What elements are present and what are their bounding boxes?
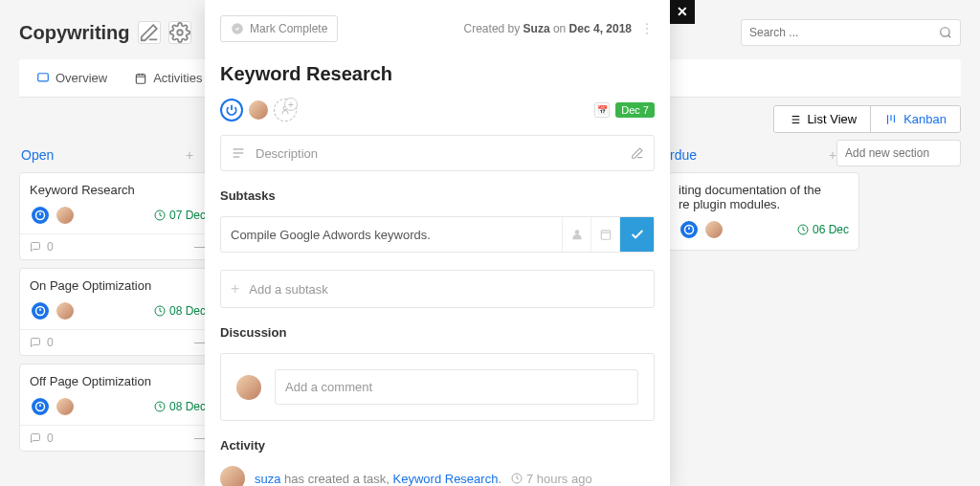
pencil-icon[interactable]	[631, 146, 644, 160]
activity-label: Activity	[220, 438, 655, 453]
add-assignee-button[interactable]	[274, 99, 297, 122]
svg-point-17	[646, 28, 648, 30]
due-badge: Dec 7	[615, 102, 655, 118]
mark-complete-button[interactable]: Mark Complete	[220, 15, 338, 42]
calendar-icon: 📅	[594, 102, 610, 118]
discussion-label: Discussion	[220, 325, 655, 340]
subtasks-label: Subtasks	[220, 188, 655, 203]
comment-input[interactable]: Add a comment	[275, 369, 638, 405]
subtask-actions	[562, 217, 654, 252]
clock-icon	[511, 473, 523, 484]
check-circle-icon	[231, 22, 244, 35]
svg-rect-21	[601, 231, 610, 239]
add-subtask-input[interactable]: + Add a subtask	[220, 270, 655, 308]
assignee-avatar-icon[interactable]	[247, 99, 270, 122]
due-date-pill[interactable]: 📅 Dec 7	[594, 102, 655, 118]
subtask-text: Compile Google Adwords keywords.	[221, 218, 562, 252]
date-icon[interactable]	[590, 217, 619, 252]
power-icon[interactable]	[220, 99, 243, 122]
task-modal: Mark Complete Created by Suza on Dec 4, …	[205, 0, 670, 486]
activity-avatar-icon	[220, 466, 245, 486]
more-icon[interactable]	[639, 21, 655, 36]
svg-point-20	[574, 230, 579, 234]
assign-icon[interactable]	[562, 217, 590, 252]
close-icon[interactable]: ✕	[670, 0, 695, 24]
modal-header: Mark Complete Created by Suza on Dec 4, …	[205, 0, 670, 57]
current-user-avatar-icon	[236, 375, 261, 400]
svg-point-18	[646, 33, 648, 34]
complete-subtask-button[interactable]	[619, 217, 654, 252]
modal-overlay: ✕ Mark Complete Created by Suza on Dec 4…	[0, 0, 980, 486]
activity-time: 7 hours ago	[511, 472, 592, 486]
discussion-box: Add a comment	[220, 353, 655, 421]
assignees-row: 📅 Dec 7	[220, 99, 655, 122]
modal-body: Keyword Research 📅 Dec 7 Description Sub…	[205, 63, 670, 486]
task-title[interactable]: Keyword Research	[220, 63, 655, 85]
activity-text: suza has created a task, Keyword Researc…	[255, 472, 501, 486]
svg-point-16	[646, 23, 648, 25]
description-field[interactable]: Description	[220, 135, 655, 171]
plus-icon: +	[231, 280, 239, 298]
svg-point-19	[283, 106, 287, 110]
paragraph-icon	[231, 145, 246, 161]
subtask-item[interactable]: Compile Google Adwords keywords.	[220, 216, 655, 253]
created-by-text: Created by Suza on Dec 4, 2018	[464, 22, 632, 35]
activity-item: suza has created a task, Keyword Researc…	[220, 466, 655, 486]
